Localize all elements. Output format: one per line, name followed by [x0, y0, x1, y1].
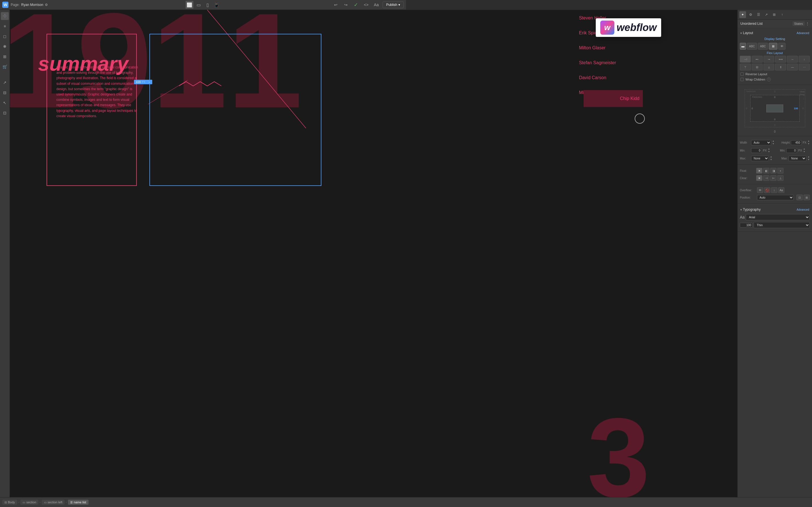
undo-icon[interactable]: ↩: [332, 1, 340, 9]
publish-button[interactable]: Publish ▾: [383, 1, 404, 8]
symbols-icon[interactable]: ❋: [1, 43, 9, 50]
tablet-portrait-icon[interactable]: ▯: [204, 1, 211, 9]
left-sidebar: ➕ ≡ ◻ ❋ ⊞ 🛒 ↗ ⊟ ↖ ⊡: [0, 10, 10, 253]
width-indicator: 100 PX →: [134, 80, 152, 84]
canvas-area: 1911 summary Graphic design is the proce…: [10, 10, 406, 253]
layers-icon[interactable]: ≡: [1, 22, 9, 30]
toolbar: W Page: Ryan Morrison ⚙ ⬜ ▭ ▯ 📱 ↩ ↪ ✓ <>…: [0, 0, 406, 10]
cms-icon[interactable]: ⊞: [1, 53, 9, 61]
tablet-landscape-icon[interactable]: ▭: [195, 1, 202, 9]
app-logo[interactable]: W: [2, 2, 8, 8]
page-name[interactable]: Ryan Morrison: [21, 3, 43, 7]
page-label: Page:: [11, 3, 19, 7]
box-model-icon[interactable]: ⊡: [1, 109, 9, 117]
selection-box: [149, 34, 321, 186]
mobile-icon[interactable]: 📱: [213, 1, 220, 9]
navigator-icon[interactable]: ⊟: [1, 89, 9, 97]
toolbar-right: ↩ ↪ ✓ <> Aa Publish ▾: [332, 1, 404, 9]
device-selector: ⬜ ▭ ▯ 📱: [186, 1, 220, 9]
body-text: Graphic design is the process of visual …: [56, 65, 138, 119]
select-icon[interactable]: ↖: [1, 99, 9, 107]
page-settings-icon[interactable]: ⚙: [45, 3, 48, 7]
preview-icon[interactable]: ✓: [352, 1, 360, 9]
assets-icon[interactable]: ◻: [1, 33, 9, 40]
add-element-icon[interactable]: ➕: [1, 12, 9, 20]
code-icon[interactable]: <>: [362, 1, 370, 9]
text-format-icon[interactable]: Aa: [372, 1, 380, 9]
canvas-content: 1911 summary Graphic design is the proce…: [10, 10, 406, 253]
redo-icon[interactable]: ↪: [342, 1, 350, 9]
page-info: Page: Ryan Morrison ⚙: [11, 3, 48, 7]
interactions-icon[interactable]: ↗: [1, 78, 9, 87]
desktop-icon[interactable]: ⬜: [186, 1, 193, 9]
ecommerce-icon[interactable]: 🛒: [1, 63, 9, 71]
